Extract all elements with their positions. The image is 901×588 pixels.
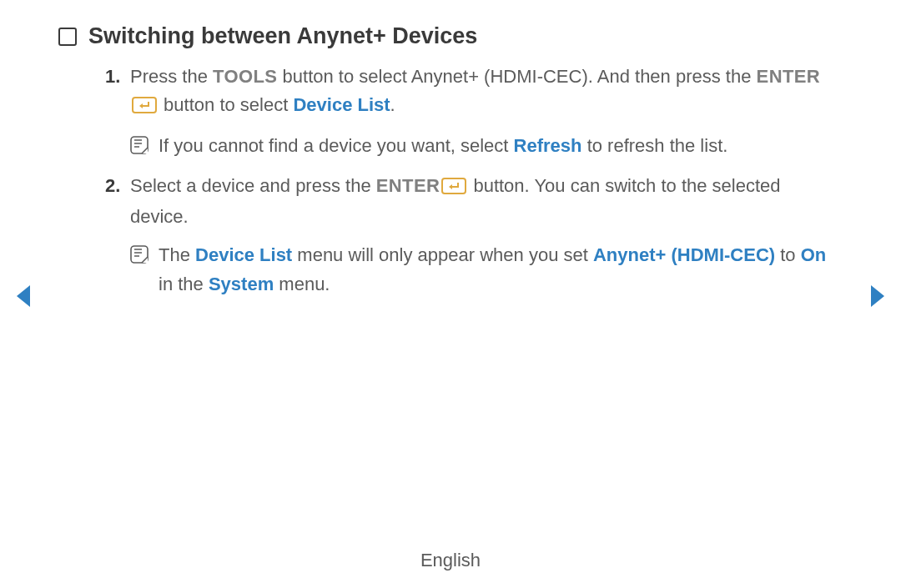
note-text: The [159,244,195,265]
steps-list: Press the TOOLS button to select Anynet+… [58,63,843,299]
step-2: Select a device and press the ENTER butt… [108,172,843,298]
nav-prev-button[interactable] [13,284,32,312]
note-text: to [775,244,801,265]
title-row: Switching between Anynet+ Devices [58,23,843,49]
bookmark-square-icon [58,28,77,46]
step-text: Select a device and press the [130,175,376,196]
enter-icon [132,93,157,122]
footer-language: English [0,550,901,571]
triangle-right-icon [869,284,888,309]
note-text: menu. [274,274,330,294]
note-block: If you cannot find a device you want, se… [130,132,843,160]
step-text: . [390,94,395,115]
note-text: in the [159,274,209,294]
page-content: Switching between Anynet+ Devices Press … [0,0,901,299]
step-text: button to select [159,94,293,115]
step-text: button to select Anynet+ (HDMI-CEC). And… [277,66,756,87]
enter-icon [441,174,466,203]
enter-label: ENTER [376,175,440,196]
on-label: On [801,244,827,265]
step-1: Press the TOOLS button to select Anynet+… [108,63,843,160]
note-text: If you cannot find a device you want, se… [159,135,514,156]
nav-next-button[interactable] [869,284,888,312]
page-title: Switching between Anynet+ Devices [88,23,477,49]
note-block: The Device List menu will only appear wh… [130,241,843,298]
note-text: menu will only appear when you set [292,244,593,265]
tools-label: TOOLS [213,66,277,87]
device-list-label: Device List [293,94,390,115]
anynet-label: Anynet+ (HDMI-CEC) [593,244,775,265]
system-label: System [209,274,274,294]
refresh-label: Refresh [514,135,582,156]
note-icon [130,244,148,272]
step-text: Press the [130,66,213,87]
triangle-left-icon [13,284,32,309]
note-icon [130,134,148,163]
note-text: to refresh the list. [582,135,728,156]
device-list-label: Device List [195,244,292,265]
enter-label: ENTER [757,66,821,87]
